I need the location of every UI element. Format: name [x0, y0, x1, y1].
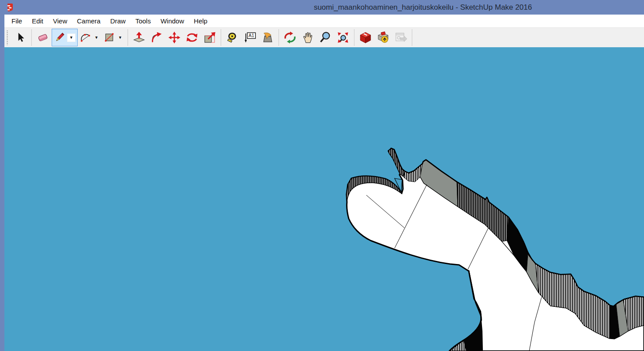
tape-measure-icon	[226, 31, 238, 44]
tool-send-to-layout-button	[392, 29, 410, 46]
text-tool-icon: A1	[243, 31, 256, 44]
menu-item-window[interactable]: Window	[156, 15, 189, 26]
paint-bucket-icon	[261, 31, 274, 44]
menu-item-file[interactable]: File	[7, 15, 27, 26]
terrain-model	[4, 47, 644, 351]
tool-text-button[interactable]: A1	[241, 29, 259, 46]
zoom-extents-icon	[336, 31, 350, 44]
tool-pan-button[interactable]	[299, 29, 316, 46]
menu-item-help[interactable]: Help	[189, 15, 212, 26]
menu-item-camera[interactable]: Camera	[72, 15, 105, 26]
tool-paint-bucket-button[interactable]	[259, 29, 276, 46]
rectangle-tool-icon	[103, 32, 115, 43]
chevron-down-icon[interactable]: ▼	[93, 34, 100, 41]
chevron-down-icon[interactable]: ▼	[67, 34, 75, 42]
tool-eraser-button[interactable]	[34, 29, 52, 46]
orbit-icon	[283, 31, 297, 44]
menu-item-view[interactable]: View	[48, 15, 72, 26]
tool-zoom-extents-button[interactable]	[334, 29, 352, 46]
toolbar-drag-handle[interactable]	[6, 30, 8, 45]
tool-rotate-button[interactable]	[183, 29, 201, 46]
arc-tool-icon	[79, 32, 91, 43]
move-icon	[168, 31, 181, 44]
follow-me-icon	[151, 31, 163, 44]
tool-follow-me-button[interactable]	[148, 29, 166, 46]
select-arrow-icon	[15, 32, 26, 43]
rotate-icon	[185, 31, 199, 44]
sketchup-logo-icon	[6, 3, 14, 11]
toolbar-separator	[354, 29, 354, 46]
send-to-layout-icon	[394, 31, 407, 44]
pan-hand-icon	[301, 31, 314, 44]
tool-zoom-button[interactable]	[316, 29, 334, 46]
pencil-icon	[54, 32, 65, 43]
svg-text:A1: A1	[249, 33, 254, 38]
viewport-canvas[interactable]	[4, 47, 644, 351]
toolbar: ▼ ▼ ▼	[4, 27, 644, 47]
toolbar-separator	[31, 29, 32, 46]
menu-bar: File Edit View Camera Draw Tools Window …	[4, 15, 644, 27]
tool-move-button[interactable]	[166, 29, 183, 46]
get-models-3d-warehouse-icon	[359, 31, 372, 44]
menu-item-edit[interactable]: Edit	[27, 15, 48, 26]
scale-icon	[203, 31, 216, 44]
menu-item-draw[interactable]: Draw	[105, 15, 131, 26]
title-bar: suomi_maankohoaminen_harjoituskokeilu - …	[0, 0, 644, 15]
eraser-icon	[37, 32, 49, 43]
toolbar-separator	[221, 29, 221, 46]
chevron-down-icon[interactable]: ▼	[117, 34, 124, 41]
tool-tape-measure-button[interactable]	[223, 29, 241, 46]
tool-select-button[interactable]	[11, 29, 29, 46]
tool-share-model-button[interactable]	[374, 29, 392, 46]
toolbar-separator	[128, 29, 128, 46]
menu-item-tools[interactable]: Tools	[131, 15, 156, 26]
tool-line-button[interactable]: ▼	[52, 29, 78, 46]
zoom-magnifier-icon	[319, 31, 331, 44]
toolbar-separator	[279, 29, 279, 46]
tool-get-models-button[interactable]	[357, 29, 374, 46]
window-title: suomi_maankohoaminen_harjoituskokeilu - …	[202, 3, 644, 12]
tool-push-pull-button[interactable]	[130, 29, 148, 46]
toolbar-separator	[412, 29, 412, 46]
push-pull-icon	[132, 31, 146, 44]
tool-scale-button[interactable]	[201, 29, 218, 46]
tool-arc-button[interactable]: ▼	[78, 29, 102, 46]
tool-orbit-button[interactable]	[281, 29, 299, 46]
tool-shapes-button[interactable]: ▼	[102, 29, 125, 46]
share-model-icon	[377, 31, 390, 44]
